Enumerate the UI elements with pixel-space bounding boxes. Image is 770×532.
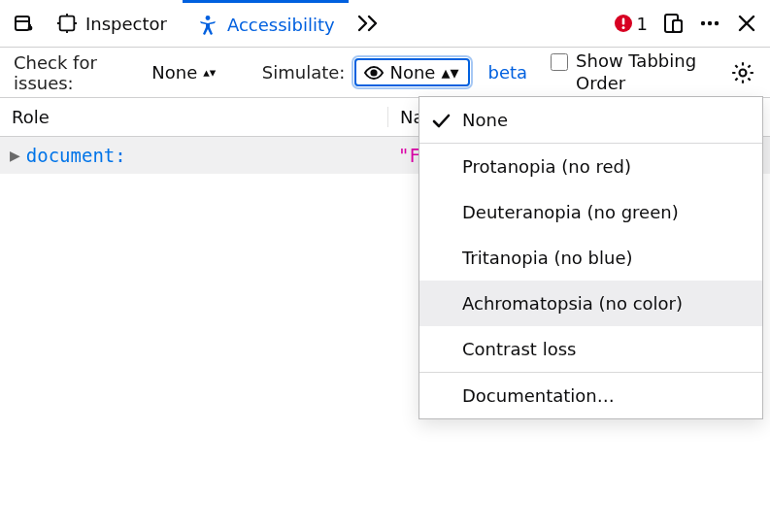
show-tabbing-order-label: Show Tabbing Order [576,50,720,94]
column-role[interactable]: Role [0,107,388,127]
svg-point-4 [206,16,211,20]
tab-accessibility-label: Accessibility [227,15,335,35]
dock-icon[interactable] [6,6,41,41]
svg-rect-2 [29,24,31,26]
sort-arrows-icon: ▴▾ [441,62,458,83]
error-count: 1 [637,14,648,34]
responsive-mode-icon[interactable] [655,6,690,41]
svg-point-11 [701,21,705,25]
simulate-menu-item-label: Tritanopia (no blue) [462,248,633,268]
simulate-menu-item[interactable]: Deuteranopia (no green) [419,189,762,235]
simulate-menu-item[interactable]: Protanopia (no red) [419,144,762,189]
accessibility-icon [196,14,219,37]
svg-point-14 [372,70,377,75]
simulate-menu-item[interactable]: Achromatopsia (no color) [419,281,762,326]
simulate-menu-item[interactable]: Contrast loss [419,326,762,372]
check-issues-value: None [151,62,197,83]
svg-point-13 [715,21,719,25]
svg-point-1 [28,26,33,31]
svg-rect-6 [621,18,624,25]
simulate-value: None [389,62,435,83]
simulate-menu-item-label: Protanopia (no red) [462,156,631,177]
simulate-menu-item-label: Documentation… [462,385,615,406]
simulate-menu-item[interactable]: None [419,97,762,143]
svg-point-12 [708,21,712,25]
overflow-tabs-icon[interactable] [351,6,385,41]
simulate-select[interactable]: None ▴▾ [354,58,470,86]
devtools-tabbar: Inspector Accessibility 1 [0,0,770,48]
checkmark-icon [431,111,451,130]
simulate-menu-item-label: None [462,110,508,130]
simulate-menu-item-label: Contrast loss [462,339,576,359]
show-tabbing-order-checkbox[interactable]: Show Tabbing Order [551,50,720,94]
simulate-menu: NoneProtanopia (no red)Deuteranopia (no … [418,96,763,419]
svg-rect-0 [16,17,29,30]
simulate-menu-item-label: Achromatopsia (no color) [462,293,683,314]
check-issues-label: Check for issues: [14,52,136,93]
svg-point-15 [740,69,747,76]
svg-rect-3 [60,17,75,31]
tab-inspector-label: Inspector [85,14,167,34]
show-tabbing-order-input[interactable] [551,51,568,73]
simulate-menu-item[interactable]: Tritanopia (no blue) [419,235,762,281]
close-icon[interactable] [729,6,764,41]
accessibility-options-row: Check for issues: None ▴▾ Simulate: None… [0,48,770,98]
sort-arrows-icon: ▴▾ [203,66,216,79]
svg-rect-9 [673,20,682,32]
beta-badge: beta [487,62,527,83]
svg-point-7 [621,26,624,29]
tab-accessibility[interactable]: Accessibility [183,0,349,48]
error-indicator[interactable]: 1 [608,14,653,34]
inspector-icon [56,13,78,34]
simulate-label: Simulate: [262,62,346,83]
simulate-menu-item[interactable]: Documentation… [419,373,762,418]
tab-inspector[interactable]: Inspector [43,0,181,48]
gear-icon[interactable] [729,56,756,89]
kebab-menu-icon[interactable] [692,6,727,41]
disclosure-triangle-icon[interactable]: ▶ [10,148,20,163]
tree-role-value: document: [26,145,126,166]
check-issues-select[interactable]: None ▴▾ [146,60,221,84]
simulate-menu-item-label: Deuteranopia (no green) [462,202,679,222]
eye-icon [364,66,384,80]
